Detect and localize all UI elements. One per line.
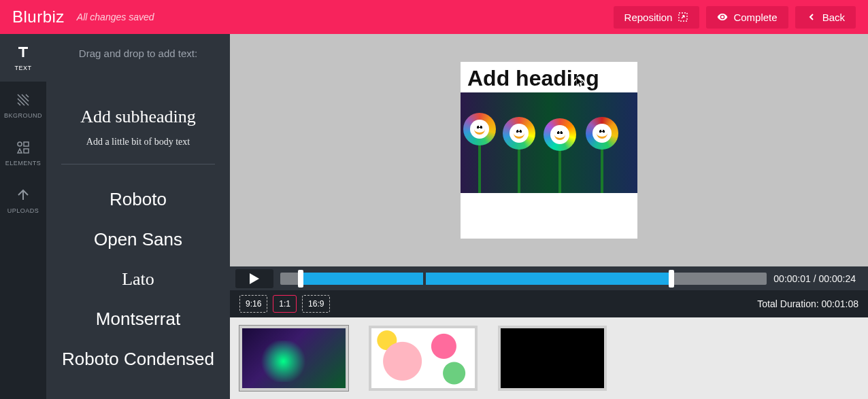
add-subheading-template[interactable]: Add subheading (61, 107, 215, 127)
reposition-label: Reposition (624, 12, 673, 23)
elements-icon (15, 139, 31, 156)
iconbar-item-elements[interactable]: ELEMENTS (0, 129, 46, 177)
reposition-icon (678, 12, 688, 22)
reposition-button[interactable]: Reposition (614, 6, 700, 29)
time-current: 00:00:01 (773, 273, 811, 284)
time-readout: 00:00:01 / 00:00:24 (773, 273, 856, 284)
format-bar: 9:16 1:1 16:9 Total Duration: 00:01:08 (230, 290, 868, 317)
panel-divider (61, 164, 215, 164)
eye-icon (717, 12, 728, 22)
trim-handle-end[interactable] (669, 270, 674, 288)
clip-thumbnail-3[interactable] (498, 326, 607, 391)
canvas[interactable]: Add heading (461, 62, 637, 239)
complete-label: Complete (733, 12, 777, 23)
tool-iconbar: TEXT BKGROUND ELEMENTS UPLOADS (0, 34, 46, 399)
font-option-lato[interactable]: Lato (61, 260, 215, 299)
add-bodytext-template[interactable]: Add a little bit of body text (61, 137, 215, 148)
aspect-ratio-1-1[interactable]: 1:1 (273, 295, 297, 313)
iconbar-label: BKGROUND (4, 112, 42, 119)
clip-thumbnail-1[interactable] (239, 326, 348, 391)
total-duration: Total Duration: 00:01:08 (757, 298, 858, 309)
canvas-media[interactable] (461, 92, 637, 193)
svg-rect-3 (24, 149, 29, 153)
font-option-robotocondensed[interactable]: Roboto Condensed (61, 339, 215, 379)
save-status: All changes saved (77, 12, 607, 22)
background-icon (15, 92, 31, 108)
clip-strip (230, 317, 868, 399)
total-duration-value: 00:01:08 (822, 298, 859, 309)
editor-area: Add heading 00:00:01 / (230, 34, 868, 399)
font-option-montserrat[interactable]: Montserrat (61, 299, 215, 339)
aspect-ratio-9-16[interactable]: 9:16 (239, 295, 267, 313)
iconbar-label: TEXT (14, 65, 31, 71)
font-option-opensans[interactable]: Open Sans (61, 220, 215, 260)
back-button[interactable]: Back (795, 6, 856, 29)
canvas-stage[interactable]: Add heading (230, 34, 868, 266)
play-button[interactable] (235, 269, 273, 288)
timeline-selection (301, 273, 671, 285)
iconbar-item-background[interactable]: BKGROUND (0, 82, 46, 129)
timeline-track[interactable] (280, 273, 767, 285)
iconbar-label: ELEMENTS (5, 160, 41, 167)
svg-rect-2 (24, 142, 29, 146)
timeline-bar: 00:00:01 / 00:00:24 (230, 266, 868, 290)
timeline-split (423, 273, 426, 285)
cursor-arrow-icon (576, 77, 584, 88)
complete-button[interactable]: Complete (706, 6, 788, 29)
trim-handle-start[interactable] (298, 270, 303, 288)
total-duration-label: Total Duration: (757, 298, 818, 309)
canvas-heading-text[interactable]: Add heading (461, 62, 637, 92)
svg-point-1 (18, 142, 22, 146)
time-total: 00:00:24 (819, 273, 856, 284)
clip-thumbnail-2[interactable] (369, 326, 478, 391)
iconbar-item-uploads[interactable]: UPLOADS (0, 177, 46, 224)
text-panel: Drag and drop to add text: Add subheadin… (46, 34, 230, 399)
iconbar-label: UPLOADS (7, 207, 39, 214)
font-option-roboto[interactable]: Roboto (61, 179, 215, 220)
play-icon (250, 273, 259, 284)
back-label: Back (822, 12, 845, 23)
uploads-icon (15, 187, 31, 203)
app-logo: Blurbiz (12, 7, 65, 27)
text-icon (15, 44, 31, 60)
chevron-left-icon (806, 12, 817, 22)
aspect-ratio-16-9[interactable]: 16:9 (302, 295, 330, 313)
panel-hint: Drag and drop to add text: (61, 48, 215, 59)
app-header: Blurbiz All changes saved Reposition Com… (0, 0, 868, 34)
iconbar-item-text[interactable]: TEXT (0, 34, 46, 82)
